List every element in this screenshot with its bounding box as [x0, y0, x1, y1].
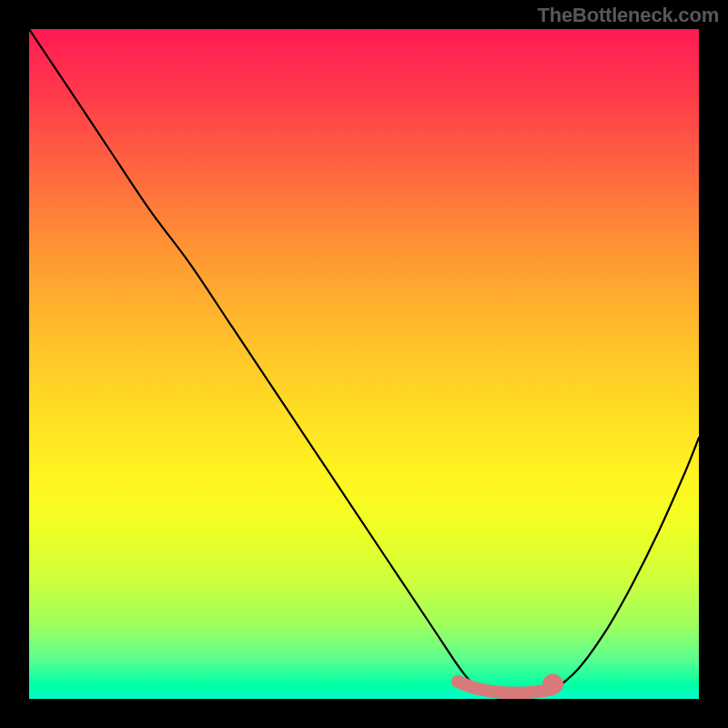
bottleneck-curve: [29, 29, 699, 694]
optimal-marker: [542, 673, 563, 694]
watermark-label: TheBottleneck.com: [537, 4, 719, 27]
chart-svg: [29, 29, 699, 699]
plot-area: [29, 29, 699, 699]
optimal-region: [458, 682, 551, 693]
chart-canvas: TheBottleneck.com: [0, 0, 728, 728]
